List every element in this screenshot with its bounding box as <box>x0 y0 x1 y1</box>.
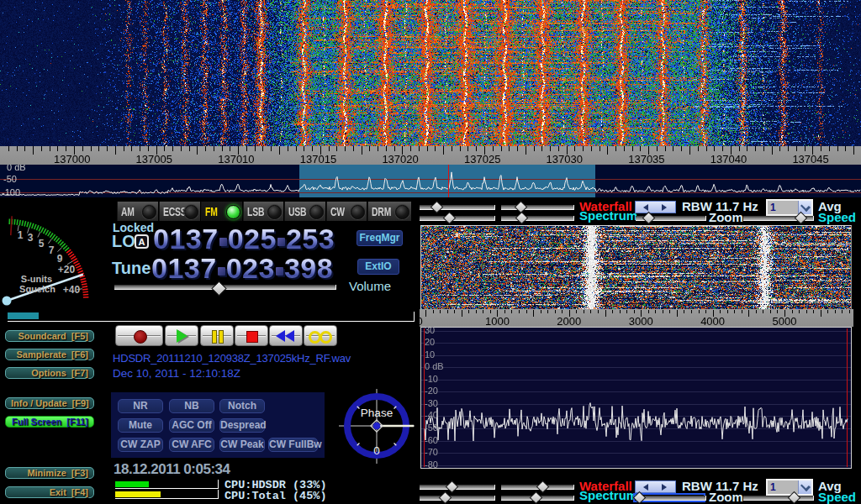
svg-text:0: 0 <box>373 444 380 457</box>
svg-text:S-units: S-units <box>21 274 52 284</box>
svg-text:+40: +40 <box>63 284 81 296</box>
svg-text:5: 5 <box>39 238 45 249</box>
svg-text:Phase: Phase <box>361 407 393 419</box>
svg-text:3: 3 <box>28 232 34 244</box>
svg-text:1: 1 <box>18 229 24 241</box>
svg-text:+20: +20 <box>58 264 76 276</box>
svg-text:7: 7 <box>49 244 55 256</box>
svg-text:9: 9 <box>57 253 63 265</box>
svg-text:Squelch: Squelch <box>19 284 55 294</box>
